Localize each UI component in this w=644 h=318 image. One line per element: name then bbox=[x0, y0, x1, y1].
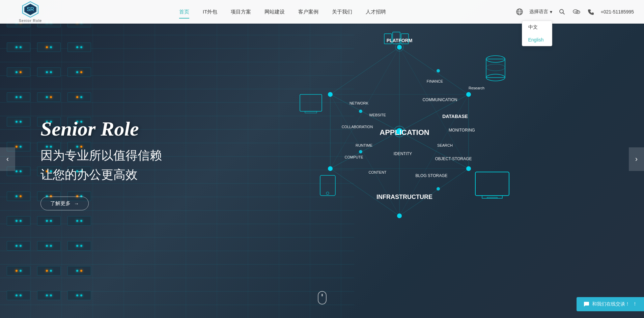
hero-cta-button[interactable]: 了解更多 → bbox=[40, 196, 89, 210]
search-icon[interactable] bbox=[557, 7, 567, 17]
lang-option-en[interactable]: English bbox=[522, 34, 552, 46]
language-dropdown: 中文 English bbox=[522, 21, 552, 46]
svg-line-19 bbox=[330, 169, 399, 216]
phone-number: +021-51185995 bbox=[601, 9, 634, 15]
hero-tagline1: 因为专业所以值得信赖 bbox=[40, 147, 162, 164]
svg-point-36 bbox=[397, 45, 402, 50]
live-chat-label: 和我们在线交谈！ bbox=[592, 301, 630, 307]
svg-text:COMPUTE: COMPUTE bbox=[345, 155, 363, 159]
svg-point-13 bbox=[576, 11, 577, 12]
nav-item-home[interactable]: 首页 bbox=[179, 7, 189, 17]
header-right: 选择语言 ▾ 中文 English bbox=[515, 7, 634, 17]
wechat-icon[interactable] bbox=[572, 7, 581, 17]
svg-text:COMMUNICATION: COMMUNICATION bbox=[422, 97, 457, 102]
logo-text: Senior Role bbox=[19, 19, 42, 23]
svg-point-48 bbox=[359, 150, 362, 153]
svg-text:IDENTITY: IDENTITY bbox=[394, 151, 412, 156]
prev-arrow-icon: ‹ bbox=[6, 155, 9, 164]
svg-point-41 bbox=[328, 166, 333, 171]
svg-point-47 bbox=[437, 187, 440, 191]
svg-rect-74 bbox=[475, 172, 509, 196]
nav-item-cases[interactable]: 客户案例 bbox=[298, 7, 318, 17]
hero-cta-label: 了解更多 bbox=[50, 200, 71, 206]
network-diagram: PLATFORM Research FINANCE COMMUNICATION … bbox=[273, 27, 526, 263]
scroll-indicator bbox=[318, 291, 327, 305]
svg-line-16 bbox=[399, 47, 469, 94]
nav-item-recruit[interactable]: 人才招聘 bbox=[366, 7, 386, 17]
svg-point-42 bbox=[328, 92, 333, 97]
svg-text:INFRASTRUCTURE: INFRASTRUCTURE bbox=[376, 194, 432, 200]
svg-rect-75 bbox=[482, 196, 502, 198]
svg-line-9 bbox=[563, 13, 564, 15]
hero-section: PLATFORM Research FINANCE COMMUNICATION … bbox=[0, 0, 644, 318]
svg-rect-77 bbox=[320, 175, 335, 196]
svg-point-78 bbox=[326, 192, 329, 195]
svg-point-10 bbox=[573, 10, 578, 13]
svg-point-14 bbox=[577, 12, 578, 12]
svg-text:MONITORING: MONITORING bbox=[449, 128, 475, 133]
svg-text:PLATFORM: PLATFORM bbox=[387, 38, 413, 43]
next-arrow-icon: › bbox=[635, 155, 638, 164]
logo-icon: SR bbox=[22, 1, 39, 18]
prev-arrow[interactable]: ‹ bbox=[0, 147, 15, 171]
svg-point-45 bbox=[437, 69, 440, 73]
svg-text:NETWORK: NETWORK bbox=[349, 101, 369, 105]
nav-item-about[interactable]: 关于我们 bbox=[332, 7, 352, 17]
chevron-down-icon: ▾ bbox=[550, 9, 552, 15]
chat-bubble-icon bbox=[583, 301, 589, 307]
svg-text:WEBSITE: WEBSITE bbox=[369, 113, 386, 117]
svg-line-29 bbox=[330, 47, 399, 169]
chat-exclamation: ！ bbox=[633, 301, 637, 307]
next-arrow[interactable]: › bbox=[629, 147, 644, 171]
svg-point-40 bbox=[397, 213, 402, 218]
hero-content: Senior Role 因为专业所以值得信赖 让您的办公更高效 了解更多 → bbox=[40, 117, 162, 210]
svg-text:DATABASE: DATABASE bbox=[442, 114, 468, 119]
language-selector[interactable]: 选择语言 ▾ 中文 English bbox=[529, 9, 552, 15]
hero-tagline2: 让您的办公更高效 bbox=[40, 166, 162, 183]
svg-point-12 bbox=[575, 11, 575, 12]
hero-brand-name: Senior Role bbox=[40, 117, 162, 140]
svg-text:BLOG STORAGE: BLOG STORAGE bbox=[415, 173, 447, 178]
live-chat-button[interactable]: 和我们在线交谈！ ！ bbox=[577, 297, 644, 311]
svg-line-21 bbox=[330, 47, 399, 94]
svg-rect-79 bbox=[300, 94, 322, 111]
svg-text:APPLICATION: APPLICATION bbox=[380, 128, 429, 137]
svg-text:COLLABORATION: COLLABORATION bbox=[342, 125, 373, 129]
phone-icon bbox=[586, 7, 596, 17]
svg-line-28 bbox=[399, 47, 469, 169]
nav-item-it[interactable]: IT外包 bbox=[203, 7, 217, 17]
svg-text:SR: SR bbox=[27, 6, 34, 12]
globe-icon[interactable] bbox=[515, 7, 524, 17]
svg-point-39 bbox=[466, 166, 471, 171]
svg-text:Research: Research bbox=[469, 86, 484, 90]
svg-rect-76 bbox=[487, 197, 497, 198]
svg-text:FINANCE: FINANCE bbox=[427, 79, 443, 83]
svg-point-73 bbox=[486, 64, 505, 71]
svg-point-15 bbox=[578, 12, 579, 12]
nav-item-projects[interactable]: 项目方案 bbox=[231, 7, 251, 17]
svg-rect-71 bbox=[486, 59, 505, 78]
svg-text:CONTENT: CONTENT bbox=[368, 170, 386, 174]
svg-point-38 bbox=[466, 92, 471, 97]
lang-option-zh[interactable]: 中文 bbox=[522, 21, 552, 34]
nav-menu: 首页 IT外包 项目方案 网站建设 客户案例 关于我们 人才招聘 bbox=[51, 7, 515, 17]
logo[interactable]: SR Senior Role bbox=[10, 1, 51, 23]
svg-point-46 bbox=[359, 110, 362, 113]
hero-cta-arrow: → bbox=[74, 200, 79, 206]
language-label: 选择语言 bbox=[529, 9, 548, 15]
svg-text:OBJECT-STORAGE: OBJECT-STORAGE bbox=[435, 156, 472, 161]
nav-item-website[interactable]: 网站建设 bbox=[264, 7, 285, 17]
svg-text:RUNTIME: RUNTIME bbox=[356, 143, 372, 147]
svg-text:SEARCH: SEARCH bbox=[437, 143, 453, 147]
header: SR Senior Role 首页 IT外包 项目方案 网站建设 客户案例 关于… bbox=[0, 0, 644, 24]
